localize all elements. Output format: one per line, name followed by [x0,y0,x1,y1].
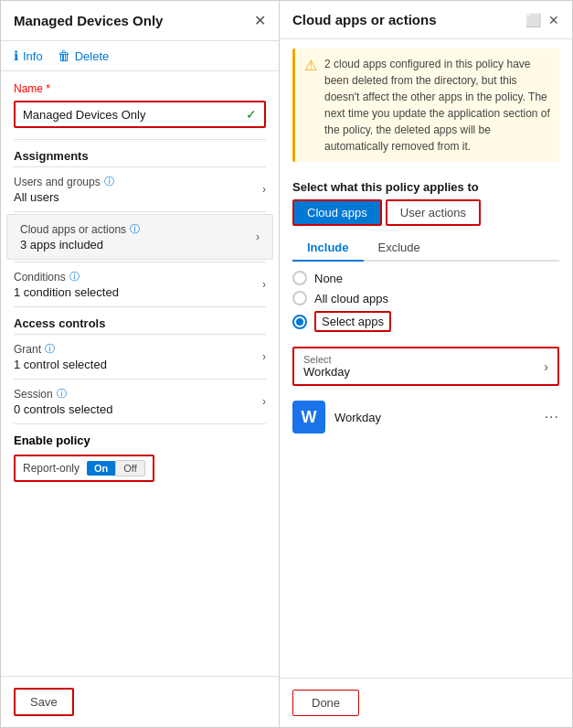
left-footer: Save [1,676,279,727]
workday-more-button[interactable]: ··· [545,409,559,425]
grant-info-icon: ⓘ [45,342,55,356]
cloud-apps-item[interactable]: Cloud apps or actions ⓘ 3 apps included … [6,214,273,260]
select-apps-radio-circle [292,315,307,329]
conditions-info-icon: ⓘ [69,270,80,284]
conditions-chevron: › [262,278,266,291]
session-value: 0 controls selected [14,402,112,416]
divider-3 [14,211,266,212]
session-title: Session ⓘ [14,387,112,401]
none-radio[interactable]: None [292,271,559,285]
select-apps-radio-label: Select apps [314,311,391,332]
access-controls-label: Access controls [1,307,279,334]
users-groups-left: Users and groups ⓘ All users [14,175,114,204]
toggle-switch[interactable]: On Off [87,460,145,476]
policy-applies-label: Select what this policy applies to [280,171,572,199]
grant-chevron: › [262,350,266,363]
warning-icon: ⚠ [304,57,317,155]
select-box-content: Select Workday [303,354,350,379]
right-panel-title: Cloud apps or actions [292,12,437,27]
toggle-row: Report-only On Off [14,455,154,482]
info-action[interactable]: ℹ Info [14,48,43,63]
grant-title: Grant ⓘ [14,342,107,356]
users-groups-chevron: › [262,183,266,196]
users-groups-title: Users and groups ⓘ [14,175,114,188]
grant-left: Grant ⓘ 1 control selected [14,342,107,371]
session-left: Session ⓘ 0 controls selected [14,387,112,416]
cloud-apps-value: 3 apps included [20,238,140,252]
workday-app-item: W Workday ··· [280,391,572,443]
name-label: Name * [14,82,266,95]
conditions-left: Conditions ⓘ 1 condition selected [14,270,119,299]
info-label: Info [23,49,43,63]
select-box-label: Select [303,354,350,365]
workday-icon-letter: W [302,408,317,427]
name-check-icon: ✓ [246,107,257,122]
cloud-apps-tab[interactable]: Cloud apps [292,199,382,226]
select-box-chevron-icon: › [544,359,548,374]
include-tab[interactable]: Include [292,235,364,262]
left-panel-title: Managed Devices Only [14,13,163,28]
name-input-box[interactable]: Managed Devices Only ✓ [14,101,266,128]
conditions-value: 1 condition selected [14,285,119,299]
enable-policy-label: Enable policy [14,434,266,447]
delete-icon: 🗑 [58,48,70,63]
required-marker: * [46,82,50,95]
save-button[interactable]: Save [14,688,74,716]
all-cloud-apps-radio[interactable]: All cloud apps [292,291,559,305]
include-exclude-tabs: Include Exclude [292,235,559,262]
user-actions-tab[interactable]: User actions [386,199,481,226]
right-panel: Cloud apps or actions ⬜ ✕ ⚠ 2 cloud apps… [280,1,572,727]
left-panel-header: Managed Devices Only ✕ [1,1,279,41]
select-box-value: Workday [303,365,350,379]
left-panel: Managed Devices Only ✕ ℹ Info 🗑 Delete N… [1,1,280,727]
cloud-apps-left: Cloud apps or actions ⓘ 3 apps included [20,222,140,252]
all-cloud-apps-radio-label: All cloud apps [314,292,388,305]
users-groups-info-icon: ⓘ [104,175,114,188]
right-panel-header: Cloud apps or actions ⬜ ✕ [280,1,572,39]
workday-app-name: Workday [334,411,536,424]
none-radio-label: None [314,272,343,285]
delete-action[interactable]: 🗑 Delete [58,48,110,63]
grant-item[interactable]: Grant ⓘ 1 control selected › [1,335,279,379]
right-header-actions: ⬜ ✕ [525,13,559,27]
left-close-button[interactable]: ✕ [254,12,266,29]
cloud-apps-chevron: › [256,230,260,243]
right-footer: Done [280,678,572,727]
radio-options: None All cloud apps Select apps [280,262,572,341]
done-button[interactable]: Done [292,690,359,716]
cloud-apps-info-icon: ⓘ [130,222,140,236]
warning-banner: ⚠ 2 cloud apps configured in this policy… [292,48,559,162]
name-input-value: Managed Devices Only [23,108,145,122]
select-apps-radio[interactable]: Select apps [292,311,559,332]
warning-text: 2 cloud apps configured in this policy h… [324,56,550,155]
users-groups-item[interactable]: Users and groups ⓘ All users › [1,167,279,211]
assignments-label: Assignments [1,140,279,166]
cloud-apps-title: Cloud apps or actions ⓘ [20,222,140,236]
policy-tabs: Cloud apps User actions [280,199,572,226]
maximize-button[interactable]: ⬜ [525,13,541,27]
name-section: Name * Managed Devices Only ✓ [1,71,279,139]
toggle-on-label: On [87,461,115,476]
grant-value: 1 control selected [14,358,107,371]
right-close-button[interactable]: ✕ [548,13,559,27]
exclude-tab[interactable]: Exclude [364,235,435,260]
left-actions-bar: ℹ Info 🗑 Delete [1,41,279,71]
conditions-title: Conditions ⓘ [14,270,119,284]
enable-policy-section: Enable policy Report-only On Off [1,424,279,491]
toggle-off-label: Off [115,460,144,476]
session-chevron: › [262,395,266,408]
workday-app-icon: W [292,401,325,434]
toggle-label: Report-only [23,462,80,475]
session-info-icon: ⓘ [57,387,67,401]
info-icon: ℹ [14,48,18,63]
session-item[interactable]: Session ⓘ 0 controls selected › [1,380,279,423]
select-workday-box[interactable]: Select Workday › [292,347,559,386]
all-cloud-apps-radio-circle [292,291,307,305]
conditions-item[interactable]: Conditions ⓘ 1 condition selected › [1,262,279,306]
delete-label: Delete [75,49,110,63]
users-groups-value: All users [14,190,114,204]
none-radio-circle [292,271,307,285]
